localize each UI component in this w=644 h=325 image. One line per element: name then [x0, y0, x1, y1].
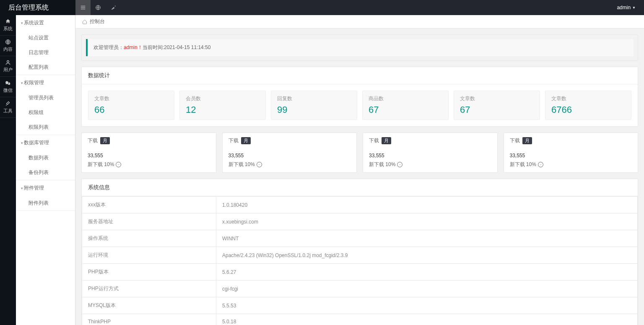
smile-icon: ··	[257, 162, 262, 167]
welcome-panel: 欢迎管理员：admin！当前时间:2021-04-15 11:14:50	[81, 34, 638, 61]
table-row: 运行环境Apache/2.4.23 (Win32) OpenSSL/1.0.2j…	[82, 247, 638, 264]
sidebar-item-附件列表[interactable]: 附件列表	[16, 196, 75, 211]
sidebar: 系统设置站点设置日志管理配置列表权限管理管理员列表权限组权限列表数据库管理数据列…	[16, 15, 75, 325]
nav-工具[interactable]: 工具	[0, 97, 16, 118]
app-logo: 后台管理系统	[0, 0, 75, 15]
user-name: admin	[617, 5, 631, 10]
globe-icon[interactable]	[91, 0, 106, 15]
stat-card: 文章数6766	[545, 91, 631, 120]
month-badge: 月	[382, 137, 391, 144]
sidebar-item-站点设置[interactable]: 站点设置	[16, 31, 75, 45]
sidebar-item-日志管理[interactable]: 日志管理	[16, 45, 75, 60]
welcome-time: 当前时间:2021-04-15 11:14:50	[143, 44, 211, 50]
stat-card: 回复数99	[271, 91, 357, 120]
stats-row: 文章数66会员数12回复数99商品数67文章数67文章数6766	[88, 91, 631, 120]
month-badge: 月	[522, 137, 532, 144]
nav-系统[interactable]: 系统	[0, 15, 16, 36]
smile-icon: ··	[538, 162, 543, 167]
table-row: PHP运行方式cgi-fcgi	[82, 281, 638, 297]
clear-cache-icon[interactable]	[106, 0, 121, 15]
table-row: MYSQL版本5.5.53	[82, 297, 638, 314]
smile-icon: ··	[397, 162, 402, 167]
sidebar-group-附件管理[interactable]: 附件管理	[16, 180, 75, 196]
breadcrumb-label: 控制台	[90, 18, 105, 25]
stat-card: 文章数66	[88, 91, 174, 120]
download-card: 下载月33,555新下载 10% ··	[222, 133, 357, 173]
breadcrumb: 控制台	[75, 15, 644, 29]
menu-toggle-icon[interactable]	[75, 0, 91, 15]
download-card: 下载月33,555新下载 10% ··	[363, 133, 498, 173]
home-icon	[82, 19, 87, 24]
chevron-down-icon: ▼	[632, 6, 636, 10]
download-card: 下载月33,555新下载 10% ··	[504, 133, 639, 173]
svg-point-5	[7, 60, 9, 62]
welcome-pre: 欢迎管理员：	[93, 44, 124, 50]
sidebar-item-权限列表[interactable]: 权限列表	[16, 120, 75, 135]
sysinfo-panel: 系统信息 xxx版本1.0.180420服务器地址x.xuebingsi.com…	[81, 179, 638, 325]
sysinfo-table: xxx版本1.0.180420服务器地址x.xuebingsi.com操作系统W…	[82, 196, 638, 325]
stat-card: 会员数12	[179, 91, 266, 120]
nav-用户[interactable]: 用户	[0, 56, 16, 77]
stat-card: 文章数67	[454, 91, 540, 120]
sidebar-item-配置列表[interactable]: 配置列表	[16, 60, 75, 75]
smile-icon: ··	[116, 162, 121, 167]
sidebar-group-权限管理[interactable]: 权限管理	[16, 75, 75, 91]
sidebar-item-权限组[interactable]: 权限组	[16, 105, 75, 120]
primary-nav: 系统内容用户微信工具	[0, 15, 16, 325]
user-menu[interactable]: admin ▼	[608, 5, 644, 10]
stats-title: 数据统计	[82, 67, 638, 84]
nav-微信[interactable]: 微信	[0, 77, 16, 97]
month-badge: 月	[100, 137, 110, 144]
table-row: ThinkPHP5.0.18	[82, 314, 638, 325]
sysinfo-title: 系统信息	[82, 179, 638, 196]
welcome-admin: admin！	[124, 44, 143, 50]
table-row: 服务器地址x.xuebingsi.com	[82, 213, 638, 230]
download-card: 下载月33,555新下载 10% ··	[81, 133, 216, 173]
topbar: 后台管理系统 admin ▼	[0, 0, 644, 15]
sidebar-item-备份列表[interactable]: 备份列表	[16, 165, 75, 180]
month-badge: 月	[241, 137, 251, 144]
sidebar-item-管理员列表[interactable]: 管理员列表	[16, 91, 75, 105]
sidebar-group-系统设置[interactable]: 系统设置	[16, 15, 75, 31]
table-row: 操作系统WINNT	[82, 230, 638, 247]
stat-card: 商品数67	[362, 91, 449, 120]
main: 控制台 欢迎管理员：admin！当前时间:2021-04-15 11:14:50…	[75, 15, 644, 325]
nav-内容[interactable]: 内容	[0, 36, 16, 56]
table-row: PHP版本5.6.27	[82, 264, 638, 281]
sidebar-group-数据库管理[interactable]: 数据库管理	[16, 135, 75, 151]
sidebar-item-数据列表[interactable]: 数据列表	[16, 151, 75, 165]
stats-panel: 数据统计 文章数66会员数12回复数99商品数67文章数67文章数6766	[81, 67, 638, 127]
downloads-row: 下载月33,555新下载 10% ··下载月33,555新下载 10% ··下载…	[81, 133, 638, 173]
table-row: xxx版本1.0.180420	[82, 197, 638, 213]
